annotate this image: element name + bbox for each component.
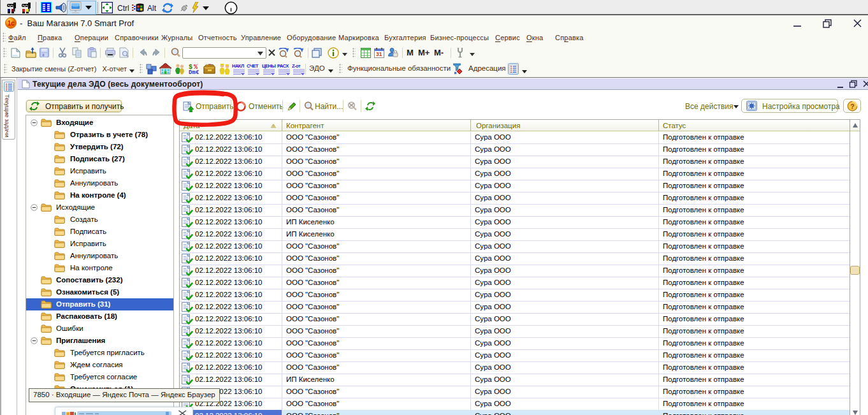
svg-text:Z-от: Z-от <box>292 63 301 69</box>
svg-text:НАКЛ: НАКЛ <box>232 63 244 69</box>
svg-text:?: ? <box>850 103 854 110</box>
svg-text:€: € <box>196 69 199 75</box>
svg-text:СЧЕТ: СЧЕТ <box>247 63 259 69</box>
svg-text:РАСХ: РАСХ <box>277 63 289 69</box>
svg-text:1c: 1c <box>8 20 15 27</box>
svg-text:31: 31 <box>376 51 382 57</box>
svg-text:Dm: Dm <box>189 69 196 75</box>
svg-text:ЦЕНЫ: ЦЕНЫ <box>262 63 275 69</box>
